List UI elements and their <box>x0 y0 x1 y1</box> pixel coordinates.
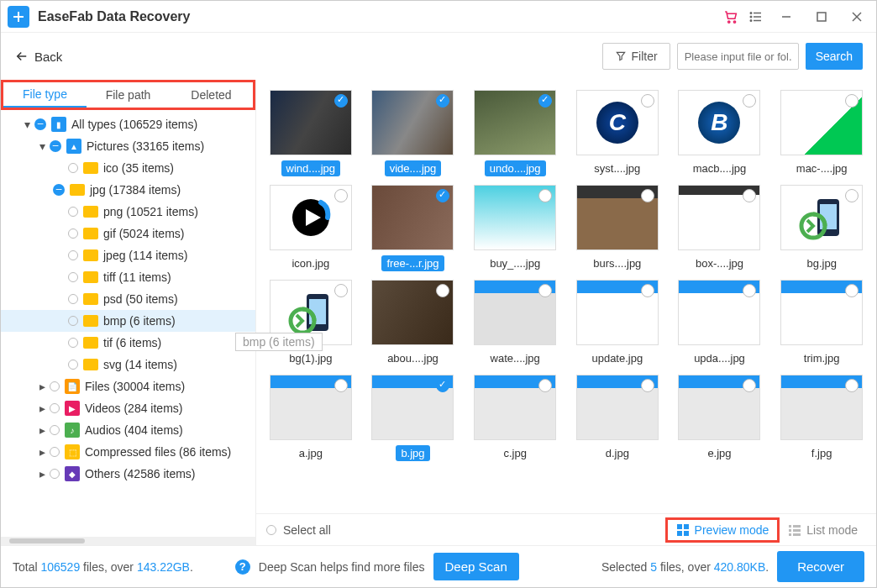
thumbnail[interactable] <box>270 375 352 440</box>
tree-psd[interactable]: psd (50 items) <box>1 288 255 310</box>
filter-button[interactable]: Filter <box>602 43 670 70</box>
tree-gif[interactable]: gif (5024 items) <box>1 223 255 244</box>
tree-bmp[interactable]: bmp (6 items) <box>1 310 255 332</box>
close-button[interactable] <box>844 6 869 28</box>
file-card[interactable]: c.jpg <box>467 375 563 461</box>
thumbnail[interactable] <box>780 185 863 250</box>
chevron-right-icon[interactable]: ▸ <box>36 446 48 458</box>
file-card[interactable]: b.jpg <box>365 375 461 461</box>
tree-compressed[interactable]: ▸⬚Compressed files (86 items) <box>1 441 255 463</box>
check-icon[interactable] <box>641 284 654 297</box>
tree-audios[interactable]: ▸♪Audios (404 items) <box>1 419 255 441</box>
check-icon[interactable] <box>641 189 654 202</box>
thumbnail[interactable] <box>780 280 863 345</box>
thumbnail[interactable] <box>780 90 863 155</box>
thumbnail[interactable] <box>371 185 454 250</box>
file-card[interactable]: trim.jpg <box>774 280 869 366</box>
file-card[interactable]: d.jpg <box>570 375 665 461</box>
tree-videos[interactable]: ▸▶Videos (284 items) <box>1 397 255 419</box>
tree-all-types[interactable]: ▾ – ▮ All types (106529 items) <box>1 113 255 135</box>
thumbnail[interactable] <box>270 185 352 250</box>
thumbnail[interactable] <box>678 375 760 440</box>
file-card[interactable]: B macb....jpg <box>672 90 768 176</box>
check-icon[interactable] <box>641 379 654 392</box>
tree-pictures[interactable]: ▾ – ▲ Pictures (33165 items) <box>1 135 255 157</box>
recover-button[interactable]: Recover <box>777 551 864 582</box>
file-card[interactable]: wind....jpg <box>263 90 359 176</box>
horizontal-scrollbar[interactable] <box>1 537 255 545</box>
file-card[interactable]: upda....jpg <box>672 280 768 366</box>
back-button[interactable]: Back <box>14 49 62 64</box>
tab-file-type[interactable]: File type <box>3 82 87 108</box>
file-card[interactable]: C syst....jpg <box>570 90 665 176</box>
thumbnail[interactable] <box>270 90 352 155</box>
search-input[interactable] <box>677 43 799 70</box>
file-card[interactable]: buy_....jpg <box>467 185 563 271</box>
tree-jpg[interactable]: –jpg (17384 items) <box>1 179 255 201</box>
thumbnail[interactable] <box>678 185 760 250</box>
thumbnail[interactable] <box>576 280 659 345</box>
tab-deleted[interactable]: Deleted <box>170 82 253 108</box>
file-card[interactable]: burs....jpg <box>570 185 665 271</box>
cart-icon[interactable] <box>723 9 738 24</box>
file-card[interactable]: f.jpg <box>774 375 869 461</box>
tree-png[interactable]: png (10521 items) <box>1 201 255 223</box>
file-card[interactable]: bg.jpg <box>774 185 869 271</box>
maximize-button[interactable] <box>809 6 834 28</box>
file-card[interactable]: abou....jpg <box>365 280 461 366</box>
menu-list-icon[interactable] <box>748 9 764 24</box>
chevron-right-icon[interactable]: ▸ <box>36 468 48 480</box>
tree-files[interactable]: ▸📄Files (30004 items) <box>1 375 255 397</box>
thumbnail[interactable] <box>474 375 556 440</box>
file-card[interactable]: bg(1).jpg <box>263 280 359 366</box>
file-card[interactable]: free-...r.jpg <box>365 185 461 271</box>
tree-others[interactable]: ▸◆Others (42586 items) <box>1 463 255 485</box>
thumbnail[interactable] <box>678 280 760 345</box>
chevron-right-icon[interactable]: ▸ <box>36 424 48 436</box>
thumbnail[interactable] <box>576 185 659 250</box>
check-icon[interactable] <box>334 94 348 108</box>
minimize-button[interactable] <box>774 6 799 28</box>
list-mode-button[interactable]: List mode <box>780 520 866 540</box>
tree-tif[interactable]: tif (6 items) <box>1 332 255 354</box>
thumbnail[interactable] <box>371 280 454 345</box>
chevron-down-icon[interactable]: ▾ <box>36 140 48 152</box>
tab-file-path[interactable]: File path <box>87 82 170 108</box>
thumbnail[interactable]: C <box>576 90 659 155</box>
file-card[interactable]: undo....jpg <box>467 90 563 176</box>
preview-mode-button[interactable]: Preview mode <box>665 517 780 543</box>
select-all-radio[interactable] <box>266 525 276 535</box>
chevron-right-icon[interactable]: ▸ <box>36 402 48 414</box>
thumbnail[interactable] <box>371 375 454 440</box>
file-card[interactable]: a.jpg <box>263 375 359 461</box>
search-button[interactable]: Search <box>806 43 863 70</box>
tree-ico[interactable]: ico (35 items) <box>1 157 255 179</box>
file-card[interactable]: box-....jpg <box>672 185 768 271</box>
deep-scan-button[interactable]: Deep Scan <box>433 553 519 580</box>
thumbnail[interactable] <box>474 185 556 250</box>
view-bar: Select all Preview mode List mode <box>256 513 876 545</box>
file-card[interactable]: e.jpg <box>672 375 768 461</box>
check-icon[interactable] <box>641 94 654 108</box>
file-card[interactable]: mac-....jpg <box>774 90 869 176</box>
thumbnail[interactable] <box>474 280 556 345</box>
check-icon[interactable] <box>334 379 348 392</box>
file-card[interactable]: vide....jpg <box>365 90 461 176</box>
tree-svg[interactable]: svg (14 items) <box>1 354 255 375</box>
chevron-down-icon[interactable]: ▾ <box>21 118 33 130</box>
thumbnail[interactable] <box>576 375 659 440</box>
check-icon[interactable] <box>743 94 756 108</box>
check-icon[interactable] <box>334 189 348 202</box>
tree-tiff[interactable]: tiff (11 items) <box>1 266 255 288</box>
file-card[interactable]: update.jpg <box>570 280 665 366</box>
check-icon[interactable] <box>845 189 859 202</box>
file-card[interactable]: icon.jpg <box>263 185 359 271</box>
check-icon[interactable] <box>334 284 348 297</box>
thumbnail[interactable] <box>371 90 454 155</box>
thumbnail[interactable]: B <box>678 90 760 155</box>
file-card[interactable]: wate....jpg <box>467 280 563 366</box>
thumbnail[interactable] <box>780 375 863 440</box>
thumbnail[interactable] <box>474 90 556 155</box>
chevron-right-icon[interactable]: ▸ <box>36 381 48 392</box>
tree-jpeg[interactable]: jpeg (114 items) <box>1 244 255 266</box>
